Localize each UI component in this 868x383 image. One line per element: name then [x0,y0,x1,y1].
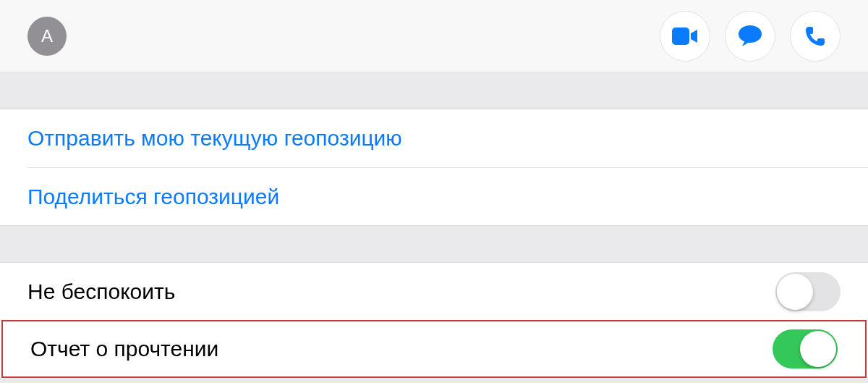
toggle-knob [777,274,813,310]
avatar-initial: A [41,26,53,46]
header-actions [660,11,841,62]
svg-point-1 [739,25,762,43]
message-button[interactable] [725,11,775,62]
toggle-knob [800,331,836,367]
section-gap [0,72,868,109]
share-location-label: Поделиться геопозицией [27,185,279,209]
section-gap [0,226,868,262]
send-current-location-button[interactable]: Отправить мою текущую геопозицию [0,109,868,167]
read-receipts-row: Отчет о прочтении [1,320,867,378]
chat-icon [738,25,762,48]
svg-rect-0 [672,28,689,45]
audio-call-button[interactable] [790,11,841,62]
video-icon [672,28,698,45]
do-not-disturb-label: Не беспокоить [27,279,175,304]
phone-icon [804,25,826,47]
video-call-button[interactable] [660,11,710,62]
avatar[interactable]: A [27,17,67,56]
do-not-disturb-row: Не беспокоить [0,262,868,320]
read-receipts-label: Отчет о прочтении [30,337,218,361]
send-current-location-label: Отправить мою текущую геопозицию [27,126,402,151]
settings-group: Не беспокоить Отчет о прочтении [0,262,868,378]
location-group: Отправить мою текущую геопозицию Поделит… [0,109,868,226]
share-location-button[interactable]: Поделиться геопозицией [27,167,868,225]
contact-header: A [0,0,868,72]
do-not-disturb-toggle[interactable] [775,272,841,311]
read-receipts-toggle[interactable] [773,329,838,369]
